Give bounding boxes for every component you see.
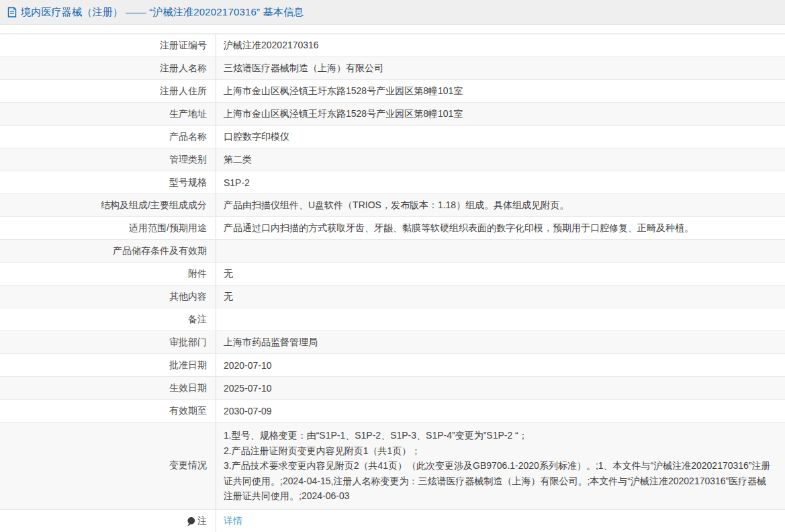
row-label: 结构及组成/主要组成成分 [0, 194, 216, 216]
table-row-attachments: 附件 无 [0, 263, 785, 285]
table-row-approval-department: 审批部门 上海市药品监督管理局 [0, 331, 785, 354]
row-value: 产品由扫描仪组件、U盘软件（TRIOS，发布版本：1.18）组成。具体组成见附页… [216, 194, 785, 216]
detail-link[interactable]: 详情 [224, 515, 242, 527]
row-label: 注 [0, 510, 216, 532]
row-value: 上海市金山区枫泾镇王圩东路1528号产业园区第8幢101室 [216, 80, 785, 102]
change-line: 2.产品注册证附页变更内容见附页1（共1页）； [224, 443, 776, 459]
balloon-icon [187, 517, 195, 527]
row-label: 备注 [0, 308, 216, 330]
table-row-effective-date: 生效日期 2025-07-10 [0, 377, 785, 400]
table-row-approval-date: 批准日期 2020-07-10 [0, 354, 785, 377]
row-value: 无 [216, 263, 785, 285]
row-label: 管理类别 [0, 148, 216, 171]
table-row-registrant-address: 注册人住所 上海市金山区枫泾镇王圩东路1528号产业园区第8幢101室 [0, 80, 785, 103]
change-line: 1.型号、规格变更：由“S1P-1、S1P-2、S1P-3、S1P-4”变更为”… [224, 428, 776, 443]
document-icon [7, 7, 17, 18]
table-row-composition: 结构及组成/主要组成成分 产品由扫描仪组件、U盘软件（TRIOS，发布版本：1.… [0, 194, 785, 217]
row-value: 三炫谱医疗器械制造（上海）有限公司 [216, 57, 785, 79]
row-label: 其他内容 [0, 285, 216, 308]
row-value: 沪械注准20202170316 [216, 34, 785, 56]
row-value: S1P-2 [216, 171, 785, 193]
table-row-reg-number: 注册证编号 沪械注准20202170316 [0, 34, 785, 57]
table-row-registrant-name: 注册人名称 三炫谱医疗器械制造（上海）有限公司 [0, 57, 785, 80]
note-label: 注 [197, 515, 207, 527]
row-value: 2025-07-10 [216, 377, 785, 399]
table-row-product-name: 产品名称 口腔数字印模仪 [0, 126, 785, 148]
row-value: 口腔数字印模仪 [216, 126, 785, 148]
table-row-change-info: 变更情况 1.型号、规格变更：由“S1P-1、S1P-2、S1P-3、S1P-4… [0, 423, 785, 510]
row-label: 生效日期 [0, 377, 216, 399]
table-row-intended-use: 适用范围/预期用途 产品通过口内扫描的方式获取牙齿、牙龈、黏膜等软硬组织表面的数… [0, 217, 785, 240]
row-label: 适用范围/预期用途 [0, 217, 216, 239]
row-label: 注册人名称 [0, 57, 216, 79]
row-label: 产品名称 [0, 126, 216, 148]
registration-info-table: 注册证编号 沪械注准20202170316 注册人名称 三炫谱医疗器械制造（上海… [0, 34, 785, 532]
row-label: 生产地址 [0, 103, 216, 125]
row-value: 2020-07-10 [216, 354, 785, 376]
table-row-storage-conditions: 产品储存条件及有效期 [0, 240, 785, 263]
row-label: 变更情况 [0, 423, 216, 509]
row-value: 上海市药品监督管理局 [216, 331, 785, 353]
table-row-remarks: 备注 [0, 308, 785, 331]
table-row-model-spec: 型号规格 S1P-2 [0, 171, 785, 194]
page-header: 境内医疗器械（注册） —— “沪械注准20202170316” 基本信息 [0, 0, 785, 25]
row-value: 产品通过口内扫描的方式获取牙齿、牙龈、黏膜等软硬组织表面的数字化印模，预期用于口… [216, 217, 785, 239]
table-row-expiry-date: 有效期至 2030-07-09 [0, 400, 785, 423]
row-value: 无 [216, 285, 785, 308]
row-value: 上海市金山区枫泾镇王圩东路1528号产业园区第8幢101室 [216, 103, 785, 125]
row-value: 详情 [216, 510, 785, 532]
table-row-other-content: 其他内容 无 [0, 285, 785, 308]
change-info-value: 1.型号、规格变更：由“S1P-1、S1P-2、S1P-3、S1P-4”变更为”… [216, 423, 785, 509]
row-value [216, 240, 785, 262]
table-row-note: 注 详情 [0, 510, 785, 532]
row-label: 产品储存条件及有效期 [0, 240, 216, 262]
change-line: 3.产品技术要求变更内容见附页2（共41页）（此次变更涉及GB9706.1-20… [224, 458, 776, 504]
page-title: 境内医疗器械（注册） —— “沪械注准20202170316” 基本信息 [21, 6, 304, 19]
row-label: 附件 [0, 263, 216, 285]
row-value: 第二类 [216, 148, 785, 171]
table-row-production-address: 生产地址 上海市金山区枫泾镇王圩东路1528号产业园区第8幢101室 [0, 103, 785, 126]
table-row-management-class: 管理类别 第二类 [0, 148, 785, 171]
row-value [216, 308, 785, 330]
row-label: 批准日期 [0, 354, 216, 376]
row-value: 2030-07-09 [216, 400, 785, 422]
row-label: 有效期至 [0, 400, 216, 422]
row-label: 注册证编号 [0, 34, 216, 56]
row-label: 注册人住所 [0, 80, 216, 102]
row-label: 型号规格 [0, 171, 216, 193]
row-label: 审批部门 [0, 331, 216, 353]
